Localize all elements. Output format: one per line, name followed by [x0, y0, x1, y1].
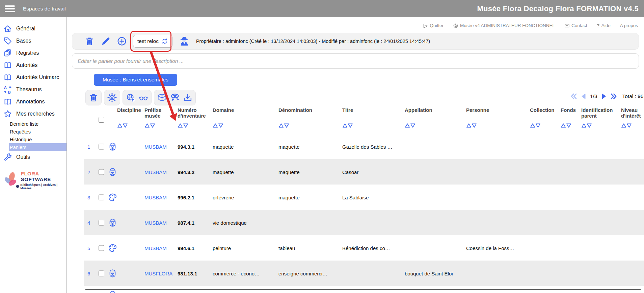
sort-icons-domaine[interactable] — [213, 123, 223, 128]
row-number-link[interactable]: 2 — [87, 169, 90, 175]
cell-prefixe[interactable]: MUSBAM — [144, 194, 167, 200]
row-checkbox[interactable] — [99, 169, 104, 175]
row-checkbox[interactable] — [99, 144, 104, 149]
column-header-collection: Collection — [530, 107, 560, 113]
list-toolbar-button-gear[interactable] — [104, 90, 120, 105]
contact-label: Contact — [571, 23, 587, 28]
column-header-appellation: Appellation — [405, 107, 449, 113]
sort-icons-fonds[interactable] — [561, 123, 571, 128]
workspace-label[interactable]: Espaces de travail — [23, 6, 66, 12]
sidebar-item-requetes[interactable]: Requêtes — [9, 128, 66, 136]
apropos-link[interactable]: A propos — [620, 23, 638, 28]
row-checkbox[interactable] — [99, 270, 104, 276]
topbar: Espaces de travail Musée Flora Decalog F… — [0, 0, 644, 17]
spy-icon[interactable] — [179, 35, 190, 47]
table-row: 4MUSBAM987.4.1vie domestique — [84, 210, 644, 235]
row-checkbox[interactable] — [99, 220, 104, 225]
previous-page-icon[interactable] — [580, 92, 588, 100]
sidebar-item-mes-recherches[interactable]: Mes recherches — [0, 108, 66, 120]
star-icon — [3, 109, 12, 118]
logo-brand: FLORA SOFTWARE — [21, 171, 66, 182]
cell-prefixe[interactable]: MUSBAM — [144, 169, 167, 175]
cell-titre: Bénédiction des co… — [342, 245, 390, 251]
sidebar-item-thesaurus[interactable]: ABThesaurus — [0, 83, 66, 96]
row-number-link[interactable]: 1 — [87, 144, 90, 149]
row-checkbox[interactable] — [99, 245, 104, 251]
plus-circle-icon[interactable] — [117, 36, 127, 46]
hamburger-menu-icon[interactable] — [5, 4, 15, 14]
sidebar-item-derniere-liste[interactable]: Dernière liste — [9, 120, 66, 128]
sidebar-item-label: Bases — [16, 38, 31, 44]
sidebar-item-general[interactable]: Général — [0, 23, 66, 35]
sidebar-item-paniers[interactable]: Paniers — [9, 143, 66, 151]
row-number-link[interactable]: 6 — [87, 270, 90, 276]
description-input[interactable] — [72, 53, 639, 69]
tribal-mask-icon — [108, 269, 117, 278]
apropos-label: A propos — [620, 23, 638, 28]
eye-of-horus-icon — [170, 93, 180, 102]
registers-icon — [3, 49, 12, 57]
sort-icons-prefixe[interactable] — [144, 123, 155, 128]
tribal-mask-icon — [108, 218, 117, 227]
sidebar-item-bases[interactable]: Bases — [0, 35, 66, 47]
sort-icons-personne[interactable] — [466, 123, 477, 128]
cell-numero: 994.3.1 — [178, 144, 194, 149]
list-toolbar-button-open-box[interactable] — [154, 90, 196, 105]
sort-icons-discipline[interactable] — [117, 123, 128, 128]
cell-denomination: maquette — [278, 144, 300, 149]
page-indicator: 1/3 — [590, 93, 597, 99]
select-all-checkbox[interactable] — [99, 117, 104, 123]
cell-titre: Casoar — [342, 169, 358, 175]
row-number-link[interactable]: 5 — [87, 245, 90, 251]
cell-prefixe[interactable]: MUSBAM — [144, 144, 167, 149]
sort-icons-niveau_interet[interactable] — [621, 123, 632, 128]
tribal-mask-icon — [108, 142, 117, 151]
sort-icons-identification_parent[interactable] — [581, 123, 592, 128]
sidebar-item-annotations[interactable]: Annotations — [0, 96, 66, 108]
basket-name-button[interactable]: test reloc — [133, 35, 172, 48]
user-account-menu[interactable]: Musée v4 ADMINISTRATEUR FONCTIONNEL — [453, 23, 555, 28]
sort-icons-numero[interactable] — [178, 123, 188, 128]
cell-prefixe[interactable]: MUSFLORA — [144, 270, 172, 276]
sidebar-item-historique[interactable]: Historique — [9, 136, 66, 143]
cell-prefixe[interactable]: MUSBAM — [144, 245, 167, 251]
sidebar-item-label: Thesaurus — [16, 87, 42, 93]
sidebar-item-outils[interactable]: Outils — [0, 151, 66, 163]
first-page-icon[interactable] — [570, 92, 578, 100]
column-header-prefixe: Préfixe musée — [144, 107, 165, 119]
cell-domaine: maquette — [213, 144, 234, 149]
palette-icon — [108, 193, 117, 202]
trash-icon[interactable] — [84, 36, 95, 46]
sort-icons-denomination[interactable] — [278, 123, 289, 128]
next-page-icon[interactable] — [599, 92, 608, 100]
row-number-link[interactable]: 4 — [87, 220, 90, 225]
pencil-icon[interactable] — [101, 36, 111, 46]
cell-prefixe[interactable]: MUSBAM — [144, 220, 167, 225]
basket-name-label: test reloc — [137, 38, 159, 44]
application-window: Espaces de travail Musée Flora Decalog F… — [0, 0, 644, 293]
row-number-link[interactable]: 3 — [87, 194, 90, 200]
sort-icons-appellation[interactable] — [405, 123, 415, 128]
quitter-label: Quitter — [430, 23, 444, 28]
cell-domaine: vie domestique — [213, 220, 247, 225]
aide-link[interactable]: ? Aide — [597, 23, 611, 28]
tag-icon — [3, 36, 12, 45]
sort-icons-titre[interactable] — [342, 123, 353, 128]
quitter-button[interactable]: Quitter — [423, 23, 444, 28]
list-toolbar-button-trash[interactable] — [85, 90, 102, 105]
last-page-icon[interactable] — [610, 92, 618, 100]
tribal-mask-icon — [108, 167, 117, 176]
scope-pill[interactable]: Musée : Biens et ensembles — [94, 74, 177, 86]
logout-icon — [423, 23, 428, 28]
cell-denomination: maquette — [278, 169, 300, 175]
contact-link[interactable]: Contact — [564, 23, 587, 28]
row7-partial-discipline-icon — [108, 290, 117, 293]
sidebar-item-registres[interactable]: Registres — [0, 47, 66, 59]
row-checkbox[interactable] — [99, 194, 104, 200]
open-book-icon — [3, 97, 12, 106]
pagination: 1/3 Total : 96 — [570, 92, 643, 100]
sidebar-item-autorites-unimarc[interactable]: Autorités Unimarc — [0, 71, 66, 83]
sidebar-item-autorites[interactable]: Autorités — [0, 59, 66, 71]
sort-icons-collection[interactable] — [530, 123, 541, 128]
list-toolbar-button-globe-upload[interactable] — [123, 90, 152, 105]
